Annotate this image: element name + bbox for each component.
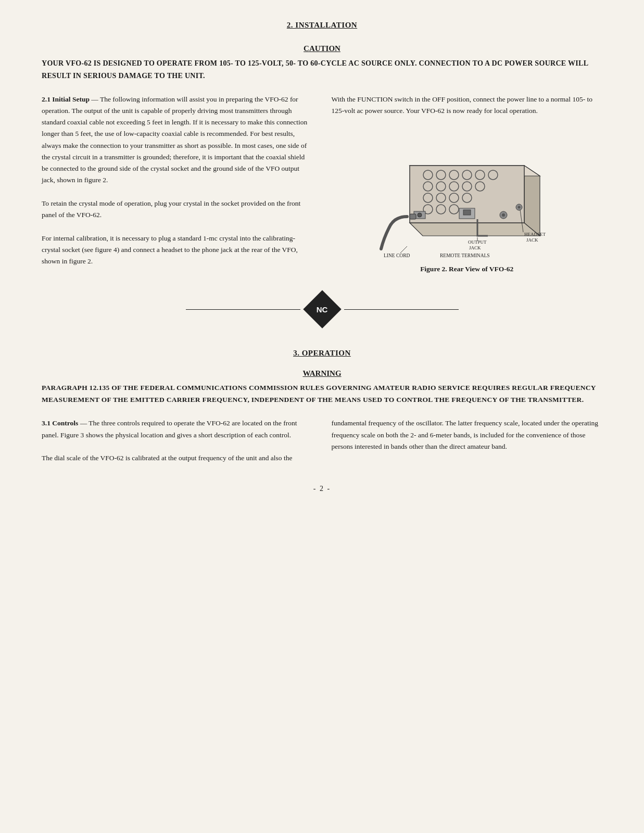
divider-line-right [344,309,459,310]
svg-text:LINE CORD: LINE CORD [384,253,410,258]
divider-line-left [186,309,300,310]
section-2-1: 2.1 Initial Setup — The following inform… [42,94,602,275]
operation-title: 3. OPERATION [42,349,602,358]
svg-rect-30 [410,214,416,219]
svg-point-29 [517,206,520,209]
nc-diamond-logo: NC [303,291,342,329]
svg-text:JACK: JACK [469,245,481,250]
svg-point-23 [418,213,422,217]
section-2-1-heading: 2.1 Initial Setup [42,95,90,103]
caution-text: YOUR VFO-62 IS DESIGNED TO OPERATE FROM … [42,57,602,82]
svg-point-27 [502,213,505,217]
figure-2-area: LINE CORD OUTPUT JACK REMOTE TERMINALS H… [332,124,603,275]
section-2-1-text2: To retain the crystal mode of operation,… [42,198,313,221]
svg-text:JACK: JACK [526,237,538,243]
section-3-1-dash: — [78,419,89,427]
col-right: With the FUNCTION switch in the OFF posi… [332,94,603,275]
svg-line-34 [400,246,407,253]
section-3-1: 3.1 Controls — The three controls requir… [42,418,602,464]
heading-dash: — [90,95,100,103]
warning-block: WARNING PARAGRAPH 12.135 OF THE FEDERAL … [42,369,602,406]
svg-text:REMOTE TERMINALS: REMOTE TERMINALS [440,253,490,258]
svg-marker-0 [410,223,540,236]
caution-block: CAUTION YOUR VFO-62 IS DESIGNED TO OPERA… [42,44,602,82]
section-2-1-right-text: With the FUNCTION switch in the OFF posi… [332,94,603,117]
section-3-1-heading: 3.1 Controls [42,419,78,427]
page-title: 2. INSTALLATION [42,21,602,30]
section-3-1-left-text2: The dial scale of the VFO-62 is calibrat… [42,452,313,464]
section-2-1-text: The following information will assist yo… [42,95,307,184]
svg-text:HEADSET: HEADSET [524,232,546,237]
vfo-62-illustration: LINE CORD OUTPUT JACK REMOTE TERMINALS H… [378,124,555,259]
section-3-1-right: fundamental frequency of the oscillator.… [332,418,603,464]
warning-text: PARAGRAPH 12.135 OF THE FEDERAL COMMUNIC… [42,382,602,406]
nc-logo-text: NC [317,305,328,314]
section-3-1-left: 3.1 Controls — The three controls requir… [42,418,313,464]
page-number: - 2 - [42,485,602,493]
section-2-1-text3: For internal calibration, it is necessar… [42,233,313,268]
col-left: 2.1 Initial Setup — The following inform… [42,94,313,275]
warning-label: WARNING [42,369,602,378]
figure-2-caption: Figure 2. Rear View of VFO-62 [420,263,513,275]
section-3-1-right-text: fundamental frequency of the oscillator.… [332,418,603,452]
nc-divider: NC [42,296,602,323]
svg-rect-25 [463,210,471,215]
caution-label: CAUTION [42,44,602,53]
